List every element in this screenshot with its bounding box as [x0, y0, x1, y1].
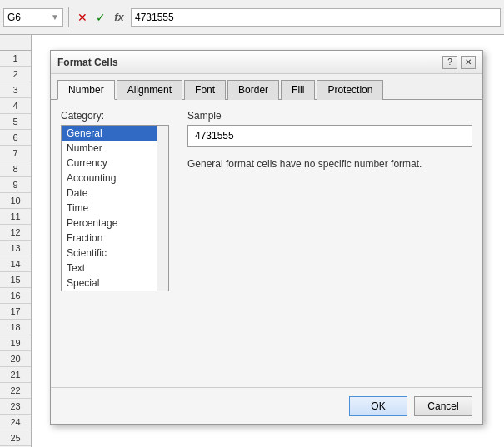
row-header-18: 18	[0, 320, 31, 335]
row-header-4: 4	[0, 98, 31, 114]
row-header-6: 6	[0, 130, 31, 146]
category-item-scientific[interactable]: Scientific	[62, 246, 168, 261]
right-panel: Sample 4731555 General format cells have…	[187, 110, 472, 392]
dialog-footer: OK Cancel	[51, 387, 482, 424]
category-scrollbar[interactable]	[157, 126, 168, 291]
category-item-percentage[interactable]: Percentage	[62, 216, 168, 231]
row-header-8: 8	[0, 161, 31, 177]
row-header-7: 7	[0, 146, 31, 161]
category-item-currency[interactable]: Currency	[62, 156, 168, 171]
cell-ref-value: G6	[7, 12, 21, 23]
cancel-button[interactable]: Cancel	[414, 396, 472, 416]
row-header-24: 24	[0, 415, 31, 430]
formula-bar: G6 ▼ ✕ ✓ fx	[0, 0, 504, 35]
function-icon[interactable]: fx	[111, 9, 127, 26]
row-header-9: 9	[0, 177, 31, 193]
category-section: Category: General Number Currency Accoun…	[61, 110, 177, 392]
row-header-23: 23	[0, 399, 31, 415]
formula-bar-separator	[68, 7, 69, 27]
row-header-13: 13	[0, 241, 31, 256]
sample-value: 4731555	[187, 125, 472, 147]
tabs-container: Number Alignment Font Border Fill Protec…	[51, 74, 482, 100]
category-item-accounting[interactable]: Accounting	[62, 171, 168, 186]
category-item-general[interactable]: General	[62, 126, 168, 141]
row-header-2: 2	[0, 67, 31, 82]
format-cells-dialog: Format Cells ? ✕ Number Alignment Font B…	[50, 50, 483, 425]
row-header-25: 25	[0, 430, 31, 446]
tab-alignment[interactable]: Alignment	[117, 80, 182, 100]
row-header-22: 22	[0, 383, 31, 399]
row-header-20: 20	[0, 351, 31, 367]
row-header-12: 12	[0, 225, 31, 241]
category-item-special[interactable]: Special	[62, 276, 168, 291]
dialog-titlebar: Format Cells ? ✕	[51, 51, 482, 74]
tab-fill[interactable]: Fill	[281, 80, 315, 100]
tab-number[interactable]: Number	[57, 80, 115, 100]
row-header-11: 11	[0, 209, 31, 225]
tab-font[interactable]: Font	[184, 80, 226, 100]
row-header-17: 17	[0, 304, 31, 320]
dialog-close-button[interactable]: ✕	[461, 56, 476, 69]
tab-border[interactable]: Border	[227, 80, 279, 100]
category-item-custom[interactable]: Custom	[62, 291, 168, 291]
confirm-icon[interactable]: ✓	[92, 9, 109, 26]
tab-protection[interactable]: Protection	[317, 80, 383, 100]
cancel-icon[interactable]: ✕	[74, 9, 91, 26]
row-header-15: 15	[0, 272, 31, 288]
category-item-text[interactable]: Text	[62, 261, 168, 276]
corner-cell	[0, 35, 31, 51]
dialog-help-button[interactable]: ?	[442, 56, 457, 69]
row-header-21: 21	[0, 367, 31, 383]
formula-icons: ✕ ✓ fx	[74, 9, 127, 26]
category-item-time[interactable]: Time	[62, 201, 168, 216]
row-header-10: 10	[0, 193, 31, 209]
category-item-fraction[interactable]: Fraction	[62, 231, 168, 246]
ok-button[interactable]: OK	[349, 396, 407, 416]
dialog-title: Format Cells	[57, 57, 118, 68]
row-headers: 1 2 3 4 5 6 7 8 9 10 11 12 13 14 15 16 1…	[0, 35, 32, 447]
format-description: General format cells have no specific nu…	[187, 156, 472, 171]
row-header-5: 5	[0, 114, 31, 130]
dialog-body: Category: General Number Currency Accoun…	[51, 100, 482, 402]
category-listbox[interactable]: General Number Currency Accounting Date …	[61, 125, 169, 291]
sample-label: Sample	[187, 110, 472, 122]
category-item-date[interactable]: Date	[62, 186, 168, 201]
formula-input[interactable]	[131, 8, 501, 27]
row-header-14: 14	[0, 256, 31, 272]
dialog-controls: ? ✕	[442, 56, 476, 69]
row-header-16: 16	[0, 288, 31, 304]
row-header-3: 3	[0, 82, 31, 98]
category-label: Category:	[61, 110, 177, 122]
cell-reference-box[interactable]: G6 ▼	[3, 8, 63, 27]
category-item-number[interactable]: Number	[62, 141, 168, 156]
row-header-1: 1	[0, 51, 31, 67]
row-header-19: 19	[0, 335, 31, 351]
